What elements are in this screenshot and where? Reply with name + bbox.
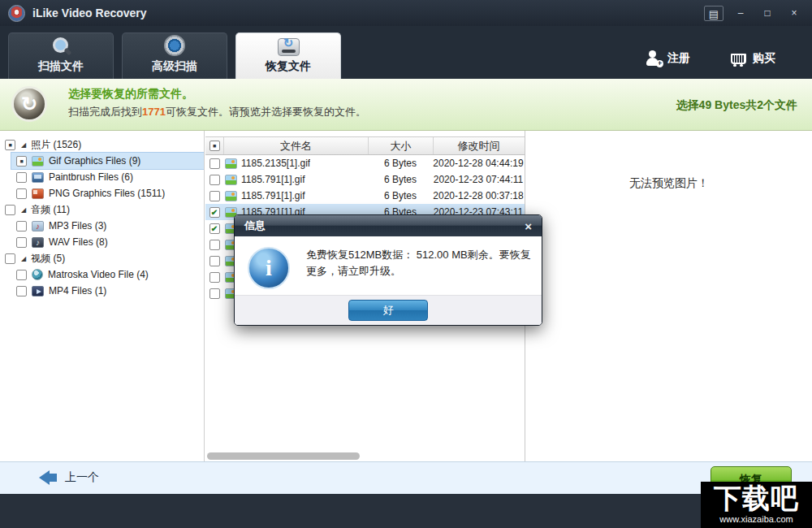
checkbox[interactable]: ■ [16, 156, 27, 167]
cart-icon [728, 50, 746, 67]
column-header-filename[interactable]: 文件名 [223, 137, 368, 154]
tab-label: 高级扫描 [152, 59, 197, 74]
buy-button[interactable]: 购买 [728, 50, 775, 67]
file-size: 6 Bytes [368, 174, 433, 185]
column-header-modified[interactable]: 修改时间 [433, 137, 524, 154]
image-file-icon [225, 191, 237, 201]
dialog-title: 信息 [244, 219, 266, 233]
gear-icon [164, 35, 185, 56]
preview-pane: 无法预览图片！ [526, 131, 812, 461]
select-all-checkbox[interactable]: ■ [205, 137, 223, 154]
tree-group-audio[interactable]: ◢ 音频 (11) [0, 201, 204, 218]
checkbox[interactable] [16, 188, 27, 199]
checkbox[interactable]: ✔ [209, 223, 220, 234]
image-file-icon [225, 158, 237, 169]
file-size: 6 Bytes [368, 190, 433, 201]
tree-item-label: MP4 Files (1) [49, 285, 106, 296]
table-row[interactable]: 1185.791[1].gif 6 Bytes 2020-12-28 00:37… [205, 188, 525, 204]
tree-item-label: WAV Files (8) [49, 236, 108, 248]
checkbox[interactable] [16, 172, 27, 183]
info-icon: i [248, 247, 290, 289]
tree-group-label: 照片 (1526) [31, 138, 81, 152]
mp3-file-icon: ♪ [32, 221, 44, 232]
chevron-expanded-icon[interactable]: ◢ [21, 141, 26, 149]
minimize-icon[interactable]: – [731, 6, 750, 21]
banner-title: 选择要恢复的所需文件。 [68, 87, 193, 102]
window-controls: ▤ – □ × [704, 6, 804, 21]
tab-label: 扫描文件 [38, 59, 84, 74]
toolbar: 扫描文件 高级扫描 ↻ 恢复文件 + 注册 购买 [0, 26, 812, 79]
tree-item-wav[interactable]: ♪ WAV Files (8) [11, 234, 204, 250]
file-name: 1185.791[1].gif [241, 190, 305, 201]
magnifier-icon [50, 37, 71, 56]
tree-item-label: Matroska Video File (4) [48, 269, 149, 280]
tree-group-label: 音频 (11) [31, 203, 70, 217]
tree-item-label: Gif Graphics Files (9) [49, 155, 140, 167]
close-icon[interactable]: × [784, 6, 804, 21]
tree-item-gif[interactable]: ■ Gif Graphics Files (9) [11, 153, 204, 169]
recover-drive-icon: ↻ [278, 38, 300, 56]
dialog-body: i 免费恢复512MB数据： 512.00 MB剩余。要恢复更多，请立即升级。 [235, 236, 542, 295]
tab-advanced-scan[interactable]: 高级扫描 [122, 32, 227, 79]
checkbox[interactable]: ✔ [209, 207, 220, 218]
tree-item-label: PNG Graphics Files (1511) [49, 188, 165, 199]
menu-icon[interactable]: ▤ [704, 6, 723, 21]
ok-button[interactable]: 好 [348, 300, 428, 321]
add-user-icon: + [646, 50, 661, 66]
dialog-message: 免费恢复512MB数据： 512.00 MB剩余。要恢复更多，请立即升级。 [306, 247, 532, 279]
tab-scan-files[interactable]: 扫描文件 [8, 32, 114, 79]
scrollbar-thumb[interactable] [207, 452, 360, 460]
app-logo-icon [8, 5, 25, 22]
tree-group-photos[interactable]: ■ ◢ 照片 (1526) [0, 136, 204, 153]
app-title: iLike Video Recovery [32, 6, 147, 19]
table-row[interactable]: 1185.2135[1].gif 6 Bytes 2020-12-28 04:4… [205, 155, 525, 171]
action-bar: 上一个 恢复 [0, 461, 812, 494]
checkbox[interactable]: ■ [5, 140, 15, 150]
checkbox[interactable] [209, 175, 220, 185]
dialog-close-icon[interactable]: × [525, 219, 532, 233]
tree-item-paintbrush[interactable]: Paintbrush Files (6) [11, 169, 204, 185]
column-header-size[interactable]: 大小 [368, 137, 433, 154]
tree-group-video[interactable]: ◢ 视频 (5) [0, 250, 204, 266]
banner-detail: 扫描完成后找到1771可恢复文件。请预览并选择要恢复的文件。 [68, 105, 366, 119]
dialog-footer: 好 [235, 295, 542, 325]
file-name: 1185.2135[1].gif [241, 158, 310, 169]
watermark-url: www.xiazaiba.com [701, 514, 812, 525]
table-header: ■ 文件名 大小 修改时间 [205, 136, 525, 155]
info-dialog: 信息 × i 免费恢复512MB数据： 512.00 MB剩余。要恢复更多，请立… [234, 214, 542, 326]
checkbox[interactable] [209, 191, 220, 201]
checkbox[interactable] [16, 237, 27, 248]
back-arrow-icon [39, 470, 50, 485]
checkbox[interactable] [16, 270, 27, 280]
checkbox[interactable] [209, 288, 220, 299]
checkbox[interactable] [209, 272, 220, 283]
register-button[interactable]: + 注册 [646, 50, 690, 66]
checkbox[interactable] [16, 286, 27, 296]
chevron-expanded-icon[interactable]: ◢ [21, 206, 26, 214]
checkbox[interactable] [209, 256, 220, 266]
checkbox[interactable] [5, 205, 15, 215]
preview-message: 无法预览图片！ [526, 176, 812, 191]
tab-recover-files[interactable]: ↻ 恢复文件 [235, 32, 341, 79]
tree-item-mp3[interactable]: ♪ MP3 Files (3) [11, 218, 204, 234]
file-size: 6 Bytes [368, 158, 433, 169]
maximize-icon[interactable]: □ [758, 6, 777, 21]
previous-button[interactable]: 上一个 [39, 470, 99, 485]
wav-file-icon: ♪ [32, 237, 44, 248]
checkbox[interactable] [209, 158, 220, 169]
checkbox[interactable] [5, 253, 15, 264]
checkbox[interactable] [16, 221, 27, 232]
chevron-expanded-icon[interactable]: ◢ [21, 255, 26, 262]
horizontal-scrollbar[interactable] [207, 452, 522, 460]
table-row[interactable]: 1185.791[1].gif 6 Bytes 2020-12-23 07:44… [205, 171, 525, 188]
buy-label: 购买 [753, 51, 775, 66]
dialog-title-bar[interactable]: 信息 × [235, 215, 542, 236]
tree-item-mp4[interactable]: MP4 Files (1) [11, 283, 204, 299]
image-file-icon [32, 156, 44, 167]
file-name: 1185.791[1].gif [241, 174, 305, 185]
tree-item-png[interactable]: PNG Graphics Files (1511) [11, 185, 204, 201]
checkbox[interactable] [209, 240, 220, 250]
selection-summary: 选择49 Bytes共2个文件 [676, 98, 797, 113]
found-count: 1771 [142, 106, 166, 118]
tree-item-matroska[interactable]: Matroska Video File (4) [11, 266, 204, 283]
